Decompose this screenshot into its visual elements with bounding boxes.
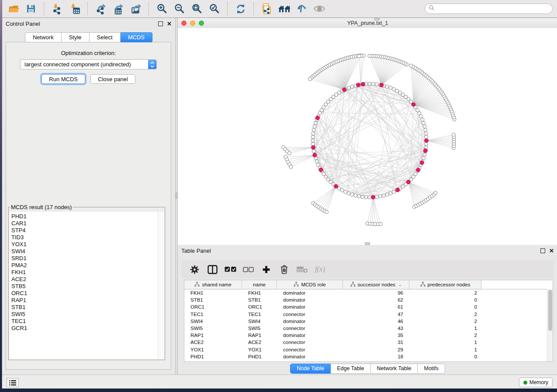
splitter-grip[interactable] — [176, 193, 177, 199]
network-node[interactable] — [325, 210, 329, 214]
cell-name[interactable]: RAP1 — [242, 333, 277, 338]
cell-name[interactable]: YOX1 — [242, 347, 277, 352]
export-image-button[interactable] — [127, 1, 145, 16]
cell-successor-nodes[interactable]: 18 — [343, 354, 409, 359]
search-input[interactable] — [437, 5, 552, 12]
network-node[interactable] — [287, 151, 291, 155]
add-column-button[interactable] — [258, 262, 274, 277]
delete-column-button[interactable] — [276, 262, 292, 277]
network-node[interactable] — [347, 86, 350, 89]
network-node[interactable] — [392, 87, 395, 91]
share-network-button[interactable] — [258, 1, 276, 16]
table-scrollbar[interactable] — [547, 289, 553, 361]
close-panel-button[interactable]: Close panel — [90, 74, 135, 84]
cell-predecessor-nodes[interactable]: 1 — [409, 340, 481, 345]
memory-button[interactable]: Memory — [519, 378, 553, 387]
deselect-all-button[interactable] — [240, 262, 256, 277]
mcds-node[interactable] — [412, 103, 415, 107]
network-node[interactable] — [371, 82, 375, 86]
column-header-name[interactable]: name — [242, 280, 277, 289]
cell-shared-name[interactable]: PHD1 — [184, 354, 242, 359]
cell-successor-nodes[interactable]: 43 — [343, 326, 409, 331]
cell-predecessor-nodes[interactable]: 0 — [409, 304, 481, 309]
cell-name[interactable]: PHD1 — [242, 354, 277, 359]
tab-mcds[interactable]: MCDS — [121, 32, 152, 42]
cell-predecessor-nodes[interactable]: 0 — [409, 354, 481, 359]
mcds-node[interactable] — [334, 184, 338, 188]
cell-MCDS-role[interactable]: dominator — [277, 290, 343, 296]
network-node[interactable] — [421, 118, 424, 121]
mcds-node[interactable] — [406, 180, 410, 184]
network-node[interactable] — [350, 193, 354, 196]
network-node[interactable] — [311, 139, 315, 142]
cell-predecessor-nodes[interactable]: 1 — [409, 347, 481, 352]
network-node[interactable] — [434, 191, 437, 195]
tab-style[interactable]: Style — [62, 32, 90, 42]
mcds-node[interactable] — [396, 188, 400, 192]
mcds-node[interactable] — [315, 116, 319, 120]
select-all-button[interactable] — [222, 262, 239, 277]
cell-shared-name[interactable]: ORC1 — [184, 304, 242, 309]
cell-MCDS-role[interactable]: dominator — [277, 319, 343, 324]
home-button[interactable] — [276, 1, 293, 16]
cell-shared-name[interactable]: ACE2 — [184, 340, 242, 345]
network-node[interactable] — [344, 190, 347, 194]
mcds-node[interactable] — [356, 83, 360, 87]
mcds-node[interactable] — [319, 168, 323, 172]
cell-shared-name[interactable]: YOX1 — [184, 347, 242, 352]
network-node[interactable] — [422, 121, 426, 125]
top-splitter-grip[interactable] — [374, 18, 380, 21]
mcds-node[interactable] — [416, 168, 420, 172]
cell-MCDS-role[interactable]: connector — [277, 312, 343, 317]
zoom-selected-button[interactable] — [206, 1, 223, 16]
tab-network[interactable]: Network — [25, 32, 62, 42]
network-node[interactable] — [350, 85, 354, 88]
network-node[interactable] — [315, 160, 318, 163]
save-session-button[interactable] — [22, 1, 40, 16]
mcds-result-list[interactable]: PHD1CAR1STP4TID3YOX1SWI4SRD1PMA2FKH1ACE2… — [9, 212, 158, 359]
network-node[interactable] — [347, 192, 350, 195]
tab-select[interactable]: Select — [90, 32, 121, 42]
network-node[interactable] — [423, 125, 426, 128]
column-header-MCDS-role[interactable]: MCDS role — [277, 280, 343, 289]
network-node[interactable] — [364, 196, 368, 199]
network-node[interactable] — [368, 82, 371, 86]
cell-MCDS-role[interactable]: dominator — [277, 297, 343, 303]
cell-name[interactable]: ACE2 — [242, 340, 277, 345]
network-node[interactable] — [452, 133, 456, 137]
network-node[interactable] — [425, 135, 428, 139]
show-panels-button[interactable] — [311, 1, 328, 16]
cell-MCDS-role[interactable]: dominator — [277, 333, 343, 338]
mcds-node[interactable] — [423, 149, 427, 153]
cell-name[interactable]: ORC1 — [242, 304, 277, 309]
column-header-shared-name[interactable]: shared name — [184, 280, 242, 289]
tab-motifs[interactable]: Motifs — [418, 364, 445, 374]
network-node[interactable] — [357, 55, 361, 58]
table-scrollbar-thumb[interactable] — [548, 290, 552, 331]
network-node[interactable] — [313, 125, 316, 128]
zoom-out-button[interactable] — [171, 1, 188, 16]
mcds-node[interactable] — [380, 83, 384, 87]
cell-name[interactable]: FKH1 — [242, 290, 277, 296]
cell-MCDS-role[interactable]: connector — [277, 347, 343, 352]
cell-shared-name[interactable]: RAP1 — [184, 333, 242, 338]
cell-successor-nodes[interactable]: 31 — [343, 340, 409, 345]
float-table-panel-icon[interactable] — [540, 248, 545, 253]
network-node[interactable] — [375, 83, 378, 86]
network-node[interactable] — [379, 222, 382, 226]
cell-MCDS-role[interactable]: connector — [277, 326, 343, 331]
tab-network-table[interactable]: Network Table — [371, 364, 418, 374]
network-node[interactable] — [424, 128, 427, 132]
network-node[interactable] — [425, 142, 428, 146]
cell-shared-name[interactable]: SWI4 — [184, 319, 242, 324]
cell-shared-name[interactable]: SWI5 — [184, 326, 242, 331]
run-mcds-button[interactable]: Run MCDS — [42, 74, 85, 84]
cell-predecessor-nodes[interactable]: 2 — [409, 333, 481, 338]
network-node[interactable] — [375, 195, 378, 199]
float-panel-icon[interactable] — [158, 21, 163, 26]
hide-panels-button[interactable] — [293, 1, 311, 16]
result-scrollbar[interactable] — [158, 212, 164, 359]
close-panel-icon[interactable]: ✕ — [167, 21, 172, 27]
cell-shared-name[interactable]: STB1 — [184, 297, 242, 303]
tab-node-table[interactable]: Node Table — [290, 364, 331, 374]
